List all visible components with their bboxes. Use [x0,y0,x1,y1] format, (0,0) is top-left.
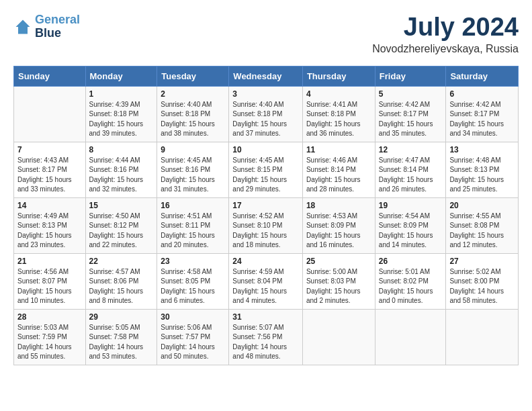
day-info: Sunrise: 5:07 AMSunset: 7:56 PMDaylight:… [232,323,299,362]
day-number: 14 [17,201,82,210]
logo: General Blue [13,13,80,40]
day-number: 13 [449,145,515,154]
day-info: Sunrise: 4:49 AMSunset: 8:13 PMDaylight:… [17,212,82,250]
day-number: 19 [379,201,443,210]
day-number: 10 [232,145,299,154]
location: Novodzhereliyevskaya, Russia [372,43,519,55]
day-number: 21 [17,257,82,266]
calendar-cell: 9Sunrise: 4:45 AMSunset: 8:16 PMDaylight… [157,142,229,197]
day-info: Sunrise: 4:48 AMSunset: 8:13 PMDaylight:… [449,156,515,195]
calendar-cell [14,86,86,142]
calendar-week-5: 28Sunrise: 5:03 AMSunset: 7:59 PMDayligh… [14,309,519,365]
day-number: 16 [161,201,225,210]
column-header-sunday: Sunday [14,66,86,86]
calendar-cell: 18Sunrise: 4:53 AMSunset: 8:09 PMDayligh… [302,197,375,253]
day-number: 28 [17,312,82,322]
day-info: Sunrise: 4:50 AMSunset: 8:12 PMDaylight:… [89,212,154,250]
day-info: Sunrise: 4:42 AMSunset: 8:17 PMDaylight:… [379,100,443,139]
calendar-cell: 29Sunrise: 5:05 AMSunset: 7:58 PMDayligh… [85,309,157,365]
calendar-cell: 31Sunrise: 5:07 AMSunset: 7:56 PMDayligh… [229,309,303,365]
calendar-cell: 1Sunrise: 4:39 AMSunset: 8:18 PMDaylight… [85,86,157,142]
calendar-cell: 20Sunrise: 4:55 AMSunset: 8:08 PMDayligh… [446,197,519,253]
calendar-cell: 11Sunrise: 4:46 AMSunset: 8:14 PMDayligh… [302,142,375,197]
day-number: 1 [89,89,154,99]
column-header-saturday: Saturday [446,66,519,86]
day-info: Sunrise: 4:59 AMSunset: 8:04 PMDaylight:… [232,267,299,306]
calendar-cell: 8Sunrise: 4:44 AMSunset: 8:16 PMDaylight… [85,142,157,197]
logo-text: General Blue [35,13,80,40]
day-number: 31 [232,312,299,322]
day-number: 7 [17,145,82,154]
day-number: 8 [89,145,154,154]
day-info: Sunrise: 4:46 AMSunset: 8:14 PMDaylight:… [306,156,371,195]
column-header-tuesday: Tuesday [157,66,229,86]
day-info: Sunrise: 4:55 AMSunset: 8:08 PMDaylight:… [449,212,515,250]
day-number: 18 [306,201,371,210]
calendar-week-2: 7Sunrise: 4:43 AMSunset: 8:17 PMDaylight… [14,142,519,197]
day-info: Sunrise: 4:42 AMSunset: 8:17 PMDaylight:… [449,100,515,139]
calendar-cell: 3Sunrise: 4:40 AMSunset: 8:18 PMDaylight… [229,86,303,142]
logo-icon [13,17,32,36]
calendar-cell: 2Sunrise: 4:40 AMSunset: 8:18 PMDaylight… [157,86,229,142]
svg-marker-0 [16,19,30,34]
day-number: 6 [449,89,515,99]
calendar-cell: 21Sunrise: 4:56 AMSunset: 8:07 PMDayligh… [14,253,86,309]
day-number: 29 [89,312,154,322]
day-number: 15 [89,201,154,210]
calendar-cell: 4Sunrise: 4:41 AMSunset: 8:18 PMDaylight… [302,86,375,142]
day-number: 5 [379,89,443,99]
column-header-friday: Friday [375,66,446,86]
calendar-cell [302,309,375,365]
calendar-cell: 12Sunrise: 4:47 AMSunset: 8:14 PMDayligh… [375,142,446,197]
day-number: 17 [232,201,299,210]
day-info: Sunrise: 4:45 AMSunset: 8:15 PMDaylight:… [232,156,299,195]
day-number: 24 [232,257,299,266]
calendar-week-1: 1Sunrise: 4:39 AMSunset: 8:18 PMDaylight… [14,86,519,142]
calendar-cell: 22Sunrise: 4:57 AMSunset: 8:06 PMDayligh… [85,253,157,309]
day-number: 26 [379,257,443,266]
column-header-thursday: Thursday [302,66,375,86]
page-header: General Blue July 2024 Novodzhereliyevsk… [13,13,519,55]
day-number: 22 [89,257,154,266]
day-number: 30 [161,312,225,322]
day-number: 3 [232,89,299,99]
day-info: Sunrise: 4:58 AMSunset: 8:05 PMDaylight:… [161,267,225,306]
calendar-week-3: 14Sunrise: 4:49 AMSunset: 8:13 PMDayligh… [14,197,519,253]
calendar-cell: 23Sunrise: 4:58 AMSunset: 8:05 PMDayligh… [157,253,229,309]
calendar-cell: 15Sunrise: 4:50 AMSunset: 8:12 PMDayligh… [85,197,157,253]
day-info: Sunrise: 5:02 AMSunset: 8:00 PMDaylight:… [449,267,515,306]
day-number: 9 [161,145,225,154]
day-number: 2 [161,89,225,99]
day-info: Sunrise: 4:57 AMSunset: 8:06 PMDaylight:… [89,267,154,306]
day-info: Sunrise: 5:05 AMSunset: 7:58 PMDaylight:… [89,323,154,362]
column-header-wednesday: Wednesday [229,66,303,86]
calendar-cell: 27Sunrise: 5:02 AMSunset: 8:00 PMDayligh… [446,253,519,309]
calendar-cell: 25Sunrise: 5:00 AMSunset: 8:03 PMDayligh… [302,253,375,309]
day-info: Sunrise: 4:44 AMSunset: 8:16 PMDaylight:… [89,156,154,195]
calendar-cell: 28Sunrise: 5:03 AMSunset: 7:59 PMDayligh… [14,309,86,365]
day-number: 27 [449,257,515,266]
month-title: July 2024 [372,13,519,42]
calendar-cell [375,309,446,365]
day-info: Sunrise: 4:40 AMSunset: 8:18 PMDaylight:… [232,100,299,139]
day-info: Sunrise: 4:51 AMSunset: 8:11 PMDaylight:… [161,212,225,250]
day-number: 23 [161,257,225,266]
day-info: Sunrise: 5:06 AMSunset: 7:57 PMDaylight:… [161,323,225,362]
calendar-cell: 26Sunrise: 5:01 AMSunset: 8:02 PMDayligh… [375,253,446,309]
day-number: 4 [306,89,371,99]
day-info: Sunrise: 4:54 AMSunset: 8:09 PMDaylight:… [379,212,443,250]
calendar-week-4: 21Sunrise: 4:56 AMSunset: 8:07 PMDayligh… [14,253,519,309]
day-info: Sunrise: 4:41 AMSunset: 8:18 PMDaylight:… [306,100,371,139]
day-number: 11 [306,145,371,154]
calendar-body: 1Sunrise: 4:39 AMSunset: 8:18 PMDaylight… [14,86,519,365]
calendar-cell: 13Sunrise: 4:48 AMSunset: 8:13 PMDayligh… [446,142,519,197]
day-info: Sunrise: 4:53 AMSunset: 8:09 PMDaylight:… [306,212,371,250]
calendar-cell: 7Sunrise: 4:43 AMSunset: 8:17 PMDaylight… [14,142,86,197]
calendar-table: SundayMondayTuesdayWednesdayThursdayFrid… [13,66,519,365]
title-area: July 2024 Novodzhereliyevskaya, Russia [372,13,519,55]
calendar-cell: 14Sunrise: 4:49 AMSunset: 8:13 PMDayligh… [14,197,86,253]
day-info: Sunrise: 4:47 AMSunset: 8:14 PMDaylight:… [379,156,443,195]
calendar-header-row: SundayMondayTuesdayWednesdayThursdayFrid… [14,66,519,86]
calendar-cell: 19Sunrise: 4:54 AMSunset: 8:09 PMDayligh… [375,197,446,253]
calendar-cell [446,309,519,365]
